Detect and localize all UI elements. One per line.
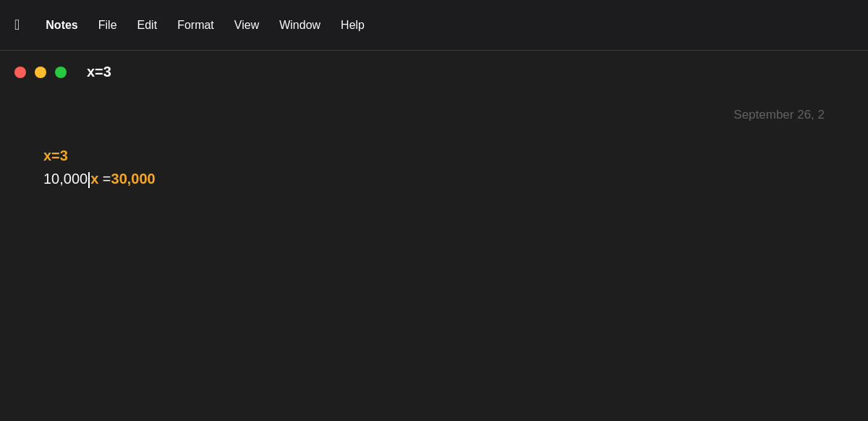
- menubar:  Notes File Edit Format View Window Hel…: [0, 0, 868, 51]
- note-date: September 26, 2: [733, 108, 825, 122]
- notes-window: x=3 September 26, 2 x=3 10,000x =30,000: [0, 51, 868, 421]
- note-area[interactable]: September 26, 2 x=3 10,000x =30,000: [0, 93, 868, 421]
- menubar-format[interactable]: Format: [177, 19, 214, 32]
- menubar-edit[interactable]: Edit: [137, 19, 158, 32]
- text-cursor: [88, 172, 90, 188]
- close-button[interactable]: [14, 67, 26, 78]
- note-line-2: 10,000x =30,000: [43, 167, 825, 190]
- note-content: x=3 10,000x =30,000: [43, 144, 825, 190]
- maximize-button[interactable]: [55, 67, 67, 78]
- apple-menu-icon[interactable]: : [14, 17, 20, 33]
- minimize-button[interactable]: [35, 67, 46, 78]
- window-title: x=3: [87, 64, 111, 80]
- menubar-help[interactable]: Help: [341, 19, 365, 32]
- line2-prefix: 10,000: [43, 171, 88, 187]
- line2-result: 30,000: [111, 171, 156, 187]
- menubar-file[interactable]: File: [98, 19, 117, 32]
- line2-equals: =: [98, 171, 111, 187]
- note-line-1: x=3: [43, 144, 825, 167]
- line1-text: x=3: [43, 148, 68, 163]
- line2-var: x: [90, 171, 98, 187]
- titlebar: x=3: [0, 51, 868, 93]
- menubar-notes[interactable]: Notes: [46, 19, 77, 32]
- menubar-window[interactable]: Window: [279, 19, 320, 32]
- menubar-view[interactable]: View: [234, 19, 259, 32]
